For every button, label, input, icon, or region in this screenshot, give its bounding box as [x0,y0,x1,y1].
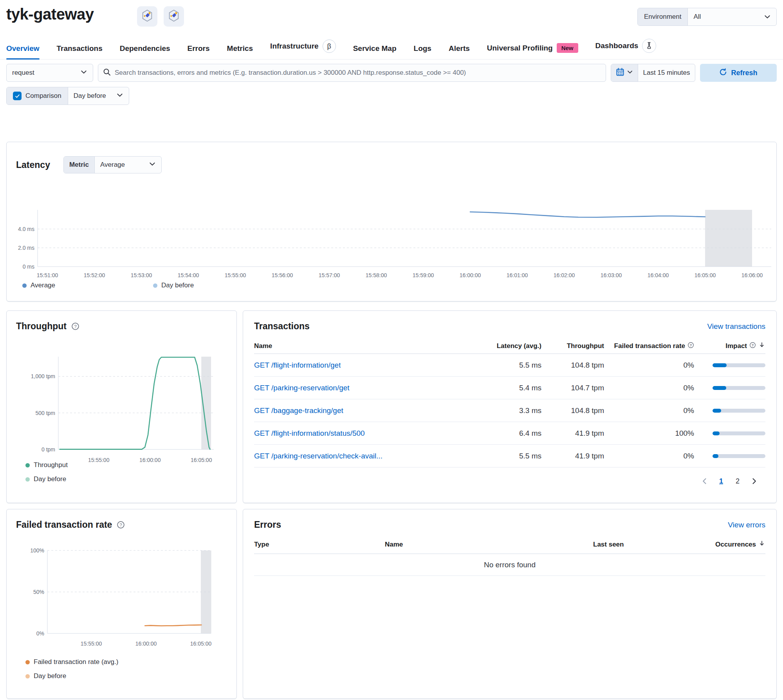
legend-item[interactable]: Failed transaction rate (avg.) [25,658,118,666]
chevron-down-icon [627,69,633,77]
comparison-label: Comparison [25,92,61,100]
legend-item[interactable]: Day before [25,475,66,483]
environment-select[interactable]: Environment All [637,8,777,26]
legend-item[interactable]: Average [22,281,55,289]
search-icon [103,68,111,78]
help-icon[interactable]: ? [117,521,125,529]
svg-text:?: ? [74,324,77,329]
tab-transactions[interactable]: Transactions [57,44,103,59]
tab-alerts[interactable]: Alerts [449,44,470,59]
latency-metric-select[interactable]: Metric Average [63,156,162,173]
svg-text:15:57:00: 15:57:00 [319,272,340,278]
col-name[interactable]: Name [254,342,483,350]
svg-text:16:01:00: 16:01:00 [507,272,528,278]
legend-label: Throughput [34,461,68,469]
chevron-down-icon [80,69,87,78]
svg-text:15:55:00: 15:55:00 [81,640,102,647]
help-icon: ? [749,342,756,350]
tab-overview[interactable]: Overview [6,44,40,59]
transaction-link[interactable]: GET /parking-reservation/get [254,377,350,399]
col-failed-rate[interactable]: Failed transaction rate ? [604,342,694,350]
transaction-link[interactable]: GET /baggage-tracking/get [254,399,343,422]
search-input[interactable] [115,69,601,77]
tab-service-map[interactable]: Service Map [353,44,397,59]
transaction-link[interactable]: GET /parking-reservation/check-avail... [254,445,382,467]
col-last-seen[interactable]: Last seen [593,541,687,548]
tab-logs[interactable]: Logs [414,44,431,59]
transactions-table: Name Latency (avg.) Throughput Failed tr… [254,341,765,467]
view-transactions-link[interactable]: View transactions [707,322,765,331]
col-impact[interactable]: Impact ? [694,341,765,350]
table-row: GET /baggage-tracking/get3.3 ms104.8 tpm… [254,399,765,422]
table-row: GET /flight-information/status/5006.4 ms… [254,422,765,445]
legend-item[interactable]: Throughput [25,461,68,469]
chevron-down-icon [116,92,123,101]
svg-text:?: ? [690,343,692,347]
service-agent-button-2[interactable] [164,6,184,27]
legend-dot-icon [25,660,30,664]
help-icon[interactable]: ? [71,322,79,330]
tab-errors[interactable]: Errors [188,44,210,59]
legend-item[interactable]: Day before [25,672,66,680]
time-range-value: Last 15 minutes [638,64,695,81]
chevron-down-icon [149,161,156,170]
transactions-panel: Transactions View transactions Name Late… [243,310,777,503]
errors-empty-message: No errors found [254,554,765,576]
legend-label: Average [31,281,55,289]
col-throughput[interactable]: Throughput [541,342,604,350]
cell-latency: 5.5 ms [483,361,541,370]
tab-universal-profiling[interactable]: Universal ProfilingNew [487,43,578,59]
comparison-select[interactable]: Day before [68,87,129,105]
svg-text:1,000 tpm: 1,000 tpm [31,373,55,379]
errors-panel: Errors View errors Type Name Last seen O… [243,509,777,699]
prev-page-button[interactable] [698,474,711,488]
cell-latency: 5.5 ms [483,452,541,460]
col-occurrences[interactable]: Occurrences [687,540,765,549]
cell-throughput: 104.8 tpm [541,361,604,370]
apm-service-overview: tyk-gateway [0,0,783,700]
tab-metrics[interactable]: Metrics [227,44,253,59]
next-page-button[interactable] [747,474,761,488]
col-error-name[interactable]: Name [385,541,593,548]
page-button-2[interactable]: 2 [731,474,744,488]
svg-text:0 tpm: 0 tpm [41,446,55,453]
refresh-button[interactable]: Refresh [700,64,777,82]
svg-text:16:03:00: 16:03:00 [601,272,622,278]
tab-dependencies[interactable]: Dependencies [120,44,170,59]
legend-dot-icon [25,477,30,482]
sort-desc-icon [758,341,765,350]
tab-infrastructure[interactable]: Infrastructureβ [270,40,336,59]
latency-title: Latency [16,160,50,170]
service-agent-button[interactable] [137,6,157,27]
tab-label: Transactions [57,44,103,53]
transaction-type-select[interactable]: request [6,64,93,82]
comparison-checkbox[interactable] [13,92,22,100]
time-range-picker[interactable]: Last 15 minutes [611,64,695,82]
comparison-value: Day before [74,92,106,100]
legend-dot-icon [25,463,30,467]
metric-value: Average [100,161,125,169]
cell-failed-rate: 100% [604,429,694,438]
page-button-1[interactable]: 1 [714,474,728,488]
beaker-icon [642,39,656,53]
col-type[interactable]: Type [254,541,385,548]
legend-dot-icon [153,283,157,288]
environment-label: Environment [638,8,688,25]
errors-table: Type Name Last seen Occurrences No error… [254,540,765,576]
col-latency[interactable]: Latency (avg.) [483,342,541,350]
svg-text:16:04:00: 16:04:00 [648,272,669,278]
view-errors-link[interactable]: View errors [728,521,765,529]
tab-label: Dependencies [120,44,170,53]
tab-label: Dashboards [595,41,639,50]
svg-text:16:00:00: 16:00:00 [135,640,157,647]
comparison-control: Comparison Day before [6,87,129,105]
transaction-link[interactable]: GET /flight-information/get [254,354,341,377]
cell-throughput: 41.9 tpm [541,452,604,460]
tab-dashboards[interactable]: Dashboards [595,39,657,59]
throughput-title: Throughput [16,321,67,332]
svg-text:15:56:00: 15:56:00 [272,272,293,278]
transaction-link[interactable]: GET /flight-information/status/500 [254,422,365,445]
legend-label: Failed transaction rate (avg.) [34,658,118,666]
legend-item[interactable]: Day before [153,281,194,289]
tab-label: Universal Profiling [487,44,553,52]
